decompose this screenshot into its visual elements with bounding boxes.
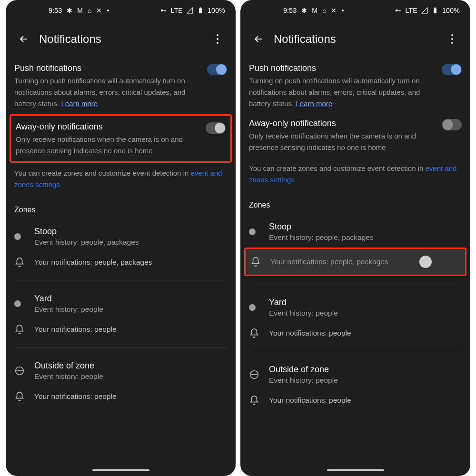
svg-point-0 — [161, 10, 163, 12]
away-desc: Only receive notifications when the came… — [249, 130, 435, 153]
zone-history: Event history: people — [34, 304, 227, 315]
home-icon: ⌂ — [88, 7, 91, 14]
divider — [249, 284, 462, 284]
zone-item-yard[interactable]: Yard Event history: people — [249, 292, 462, 323]
svg-rect-8 — [397, 10, 401, 10]
divider — [14, 280, 227, 280]
setting-away-only[interactable]: Away-only notifications Only receive not… — [249, 114, 462, 158]
battery-pct: 100% — [208, 7, 225, 14]
zone-title: Stoop — [34, 226, 227, 237]
highlight-away-only: Away-only notifications Only receive not… — [10, 114, 232, 163]
svg-rect-2 — [165, 10, 166, 11]
learn-more-link[interactable]: Learn more — [61, 99, 98, 108]
svg-rect-3 — [199, 8, 202, 13]
divider — [14, 347, 227, 347]
signal-icon — [421, 7, 428, 14]
bell-icon — [249, 328, 262, 338]
back-button[interactable] — [14, 30, 33, 49]
zone-history: Event history: people, packages — [34, 237, 227, 248]
zone-notif-text: Your notifications: people — [269, 395, 462, 406]
zone-title: Yard — [34, 293, 227, 304]
status-time: 9:53 — [49, 7, 62, 14]
status-bar: 9:53 ✱ M ⌂ ✕ • LTE 100% — [6, 0, 236, 21]
away-title: Away-only notifications — [16, 120, 199, 133]
zone-notif-stoop[interactable]: Your notifications: people, packages — [14, 252, 227, 272]
lte-label: LTE — [170, 7, 183, 14]
gmail-icon: M — [312, 7, 317, 14]
battery-pct: 100% — [442, 7, 460, 14]
away-desc: Only receive notifications when the came… — [16, 134, 199, 157]
zone-item-stoop[interactable]: Stoop Event history: people, packages — [249, 216, 462, 248]
zone-item-outside[interactable]: Outside of zone Event history: people — [14, 355, 227, 387]
zone-dot-icon — [14, 300, 21, 307]
key-icon — [395, 7, 401, 14]
battery-icon — [197, 7, 204, 14]
setting-push-notifications[interactable]: Push notifications Turning on push notif… — [249, 59, 462, 114]
zone-notif-yard[interactable]: Your notifications: people — [14, 319, 227, 339]
zone-notif-outside[interactable]: Your notifications: people — [14, 387, 227, 407]
nav-pill[interactable] — [327, 469, 384, 471]
zones-section-label: Zones — [249, 191, 462, 216]
highlight-zone-notif: Your notifications: people, packages — [244, 248, 466, 276]
zone-title: Yard — [269, 297, 462, 308]
block-icon — [14, 366, 28, 376]
block-icon — [249, 369, 262, 380]
zone-history: Event history: people — [269, 308, 462, 318]
zone-title: Outside of zone — [34, 360, 227, 371]
zone-dot-icon — [14, 233, 21, 240]
away-toggle[interactable] — [206, 122, 226, 134]
svg-rect-4 — [200, 8, 201, 9]
svg-rect-9 — [400, 10, 400, 11]
back-button[interactable] — [249, 30, 268, 49]
lte-label: LTE — [405, 7, 417, 14]
bell-icon — [14, 391, 28, 402]
zone-notif-text: Your notifications: people, packages — [34, 257, 227, 268]
divider — [249, 351, 462, 351]
away-title: Away-only notifications — [249, 117, 435, 129]
overflow-menu-button[interactable] — [443, 30, 462, 49]
plane-icon: ✕ — [331, 7, 337, 14]
learn-more-link[interactable]: Learn more — [296, 99, 332, 108]
push-toggle[interactable] — [207, 64, 227, 75]
phone-left: 9:53 ✱ M ⌂ ✕ • LTE 100% Notifications — [6, 0, 236, 476]
page-title: Notifications — [274, 32, 443, 46]
touch-indicator-icon — [419, 256, 432, 268]
more-notif-icon: • — [107, 7, 109, 14]
zone-history: Event history: people, packages — [269, 232, 462, 243]
zone-dot-icon — [249, 228, 256, 235]
zone-history: Event history: people — [269, 375, 462, 386]
push-desc: Turning on push notifications will autom… — [249, 75, 435, 109]
zone-dot-icon — [249, 304, 256, 311]
push-desc: Turning on push notifications will autom… — [14, 75, 200, 109]
push-title: Push notifications — [14, 62, 200, 74]
zone-notif-text: Your notifications: people — [34, 324, 227, 335]
status-time: 9:53 — [283, 7, 297, 14]
setting-push-notifications[interactable]: Push notifications Turning on push notif… — [14, 59, 227, 114]
svg-rect-10 — [434, 8, 436, 13]
zone-notif-stoop[interactable]: Your notifications: people, packages — [246, 249, 465, 275]
zone-item-yard[interactable]: Yard Event history: people — [14, 288, 227, 319]
zone-history: Event history: people — [34, 371, 227, 382]
zones-hint: You can create zones and customize event… — [249, 158, 462, 191]
bell-icon — [249, 395, 262, 406]
bell-icon — [246, 257, 264, 267]
nav-pill[interactable] — [92, 469, 149, 471]
status-bar: 9:53 ✱ M ⌂ ✕ • LTE 100% — [240, 0, 470, 21]
slack-icon: ✱ — [301, 7, 307, 14]
bell-icon — [14, 324, 28, 335]
zone-notif-outside[interactable]: Your notifications: people — [249, 390, 462, 410]
zone-item-stoop[interactable]: Stoop Event history: people, packages — [14, 221, 227, 252]
slack-icon: ✱ — [67, 7, 72, 14]
zone-title: Outside of zone — [269, 364, 462, 375]
key-icon — [160, 7, 167, 14]
zones-section-label: Zones — [14, 196, 227, 221]
phone-right: 9:53 ✱ M ⌂ ✕ • LTE 100% Notifications — [240, 0, 470, 476]
battery-icon — [432, 7, 438, 14]
push-toggle[interactable] — [442, 64, 462, 75]
more-notif-icon: • — [341, 7, 344, 14]
away-toggle[interactable] — [442, 119, 462, 130]
overflow-menu-button[interactable] — [208, 30, 227, 49]
zone-notif-yard[interactable]: Your notifications: people — [249, 323, 462, 343]
push-title: Push notifications — [249, 62, 435, 74]
zone-item-outside[interactable]: Outside of zone Event history: people — [249, 359, 462, 390]
